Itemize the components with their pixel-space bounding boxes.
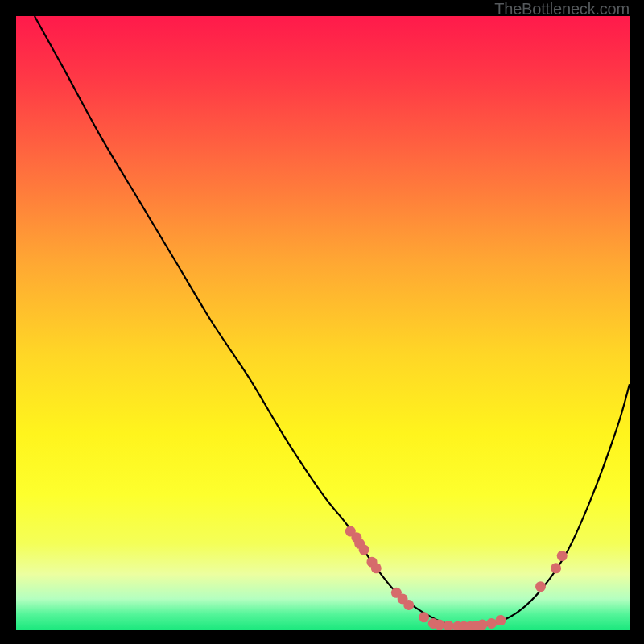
svg-rect-0 — [16, 16, 630, 630]
chart-plot-area — [16, 16, 630, 630]
gradient-background — [16, 16, 630, 630]
watermark-label: TheBottleneck.com — [494, 0, 630, 19]
